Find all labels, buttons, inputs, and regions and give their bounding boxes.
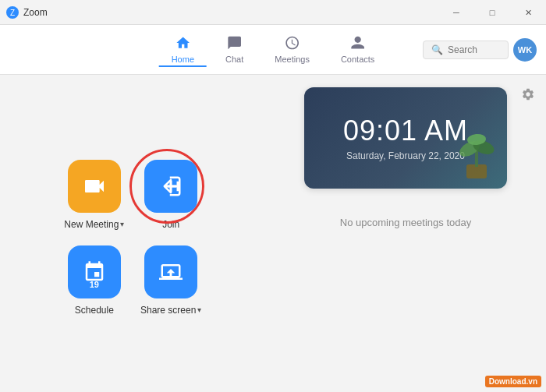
new-meeting-chevron: ▾ [120, 220, 124, 228]
join-button[interactable] [144, 160, 197, 213]
search-box[interactable]: 🔍 [423, 41, 509, 59]
avatar[interactable]: WK [513, 38, 537, 62]
share-screen-chevron: ▾ [197, 305, 201, 314]
chat-icon [227, 35, 243, 53]
action-grid: New Meeting ▾ [64, 160, 202, 316]
svg-text:Z: Z [10, 9, 15, 17]
search-icon: 🔍 [431, 44, 443, 55]
meetings-label: Meetings [275, 55, 310, 64]
window-controls: ─ □ ✕ [438, 0, 546, 25]
navbar: Home Chat Meetings [0, 25, 546, 75]
sidebar-item-contacts[interactable]: Contacts [328, 32, 387, 67]
search-input[interactable] [448, 44, 502, 55]
home-label: Home [172, 55, 194, 64]
right-panel: 09:01 AM Saturday, February 22, 2020 No … [265, 75, 546, 392]
schedule-item[interactable]: 19 Schedule [64, 245, 125, 316]
plant-decoration [449, 110, 504, 189]
new-meeting-label: New Meeting ▾ [64, 219, 124, 230]
minimize-button[interactable]: ─ [438, 0, 474, 25]
app-title: Zoom [23, 7, 48, 18]
maximize-button[interactable]: □ [474, 0, 510, 25]
join-label: Join [162, 219, 179, 230]
app-icon: Z [6, 6, 19, 19]
settings-icon[interactable] [521, 87, 535, 105]
sidebar-item-meetings[interactable]: Meetings [262, 32, 322, 67]
sidebar-item-home[interactable]: Home [159, 32, 207, 67]
join-item[interactable]: Join [140, 160, 201, 230]
new-meeting-button[interactable] [68, 160, 121, 213]
contacts-label: Contacts [341, 55, 374, 64]
share-screen-item[interactable]: Share screen ▾ [140, 245, 201, 316]
chat-label: Chat [225, 55, 243, 64]
clock-date: Saturday, February 22, 2020 [346, 150, 465, 161]
meetings-icon [285, 35, 300, 53]
nav-items: Home Chat Meetings [159, 32, 388, 67]
watermark: Download.vn [485, 376, 541, 387]
main-content: New Meeting ▾ [0, 75, 546, 392]
share-screen-button[interactable] [144, 245, 197, 298]
contacts-icon [350, 35, 366, 53]
no-meetings-message: No upcoming meetings today [340, 217, 471, 228]
sidebar-item-chat[interactable]: Chat [213, 32, 256, 67]
share-screen-label: Share screen ▾ [140, 305, 201, 316]
clock-card: 09:01 AM Saturday, February 22, 2020 [304, 87, 507, 189]
close-button[interactable]: ✕ [510, 0, 546, 25]
titlebar: Z Zoom ─ □ ✕ [0, 0, 546, 25]
new-meeting-item[interactable]: New Meeting ▾ [64, 160, 125, 230]
schedule-label: Schedule [75, 305, 114, 316]
left-panel: New Meeting ▾ [0, 75, 265, 392]
schedule-date-number: 19 [90, 280, 99, 289]
home-icon [175, 35, 190, 53]
schedule-button[interactable]: 19 [68, 245, 121, 298]
